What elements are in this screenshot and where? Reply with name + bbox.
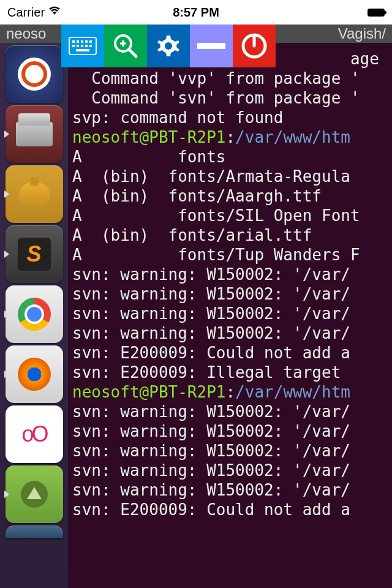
- svg-rect-6: [72, 45, 75, 47]
- power-icon: [241, 32, 268, 59]
- svg-rect-3: [81, 40, 83, 43]
- clock-label: 8:57 PM: [173, 6, 219, 20]
- svg-rect-17: [197, 43, 225, 49]
- svg-rect-8: [81, 45, 83, 47]
- battery-icon: [368, 9, 385, 17]
- running-indicator-icon: [4, 251, 9, 258]
- launcher-item-partial[interactable]: [6, 526, 63, 538]
- remote-desktop-view: neoso Vagish/ S oO: [0, 24, 392, 588]
- wifi-icon: [48, 6, 61, 19]
- running-indicator-icon: [4, 190, 9, 198]
- svg-rect-10: [89, 45, 92, 47]
- keyboard-button[interactable]: [61, 24, 104, 67]
- svg-rect-4: [85, 40, 88, 43]
- launcher-item-oo[interactable]: oO: [6, 405, 63, 463]
- settings-button[interactable]: [147, 24, 190, 67]
- keyboard-icon: [69, 37, 97, 55]
- launcher-item-dash[interactable]: [6, 45, 63, 103]
- svg-rect-2: [77, 40, 79, 43]
- remote-control-toolbar: [61, 24, 276, 67]
- svg-rect-9: [85, 45, 88, 47]
- svg-rect-5: [89, 40, 92, 43]
- title-bar-right-text: Vagish/: [338, 25, 386, 42]
- running-indicator-icon: [4, 130, 9, 138]
- launcher-item-sublime[interactable]: S: [6, 225, 63, 283]
- minimize-icon: [197, 43, 225, 49]
- launcher-item-chrome[interactable]: [6, 285, 63, 343]
- title-bar-left-text: neoso: [6, 25, 46, 42]
- svg-rect-7: [77, 45, 79, 47]
- svg-rect-11: [76, 49, 89, 51]
- svg-point-16: [165, 42, 172, 50]
- power-button[interactable]: [233, 24, 276, 67]
- ubuntu-launcher: S oO: [0, 43, 69, 588]
- ios-status-bar: Carrier 8:57 PM: [0, 0, 392, 24]
- terminal-output[interactable]: age 'r Command 'vvp' from package ' Comm…: [69, 43, 392, 588]
- svg-line-13: [129, 50, 136, 56]
- zoom-button[interactable]: [104, 24, 147, 67]
- running-indicator-icon: [4, 311, 9, 318]
- launcher-item-files[interactable]: [6, 105, 63, 163]
- launcher-item-lamp[interactable]: [6, 165, 63, 223]
- magnifier-icon: [113, 33, 138, 59]
- svg-rect-1: [72, 40, 75, 43]
- minimize-button[interactable]: [190, 24, 233, 67]
- launcher-item-android-studio[interactable]: [6, 466, 63, 523]
- running-indicator-icon: [4, 491, 9, 498]
- gear-icon: [156, 33, 181, 59]
- launcher-item-firefox[interactable]: [6, 345, 63, 403]
- running-indicator-icon: [4, 371, 9, 378]
- carrier-label: Carrier: [7, 6, 45, 20]
